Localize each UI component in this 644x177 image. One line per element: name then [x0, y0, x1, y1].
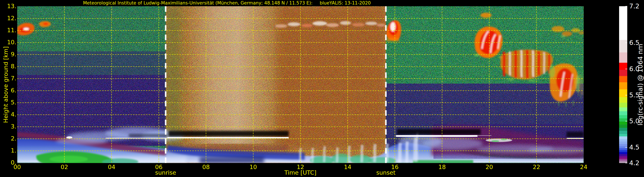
x-tick-label: 10 — [250, 164, 257, 170]
sunset-label: sunset — [376, 169, 396, 176]
colorbar-tick-label: 4.2 — [629, 159, 640, 167]
y-tick-label: 2. — [1, 135, 16, 142]
colorbar-title: log(rc-signal) @ 1064 nm — [636, 44, 644, 125]
colorbar — [619, 6, 627, 163]
y-tick-label: 12. — [1, 15, 16, 22]
page-title: Meteorological Institute of Ludwig-Maxim… — [83, 1, 371, 6]
x-tick-label: 00 — [14, 164, 21, 170]
y-tick-label: 7. — [1, 75, 16, 82]
lidar-quicklook-window: Meteorological Institute of Ludwig-Maxim… — [0, 0, 644, 177]
y-tick-label: 6. — [1, 87, 16, 94]
x-tick-label: 14 — [344, 164, 351, 170]
x-tick-label: 20 — [486, 164, 493, 170]
colorbar-tick-mark — [625, 6, 627, 7]
x-tick-label: 02 — [61, 164, 68, 170]
sunrise-label: sunrise — [155, 169, 176, 176]
colorbar-tick-mark — [625, 69, 627, 69]
x-tick-label: 04 — [108, 164, 115, 170]
x-tick-label: 18 — [438, 164, 446, 170]
x-tick-label: 22 — [533, 164, 540, 170]
y-tick-label: 4. — [1, 111, 16, 118]
y-tick-label: 3. — [1, 123, 16, 130]
plot-canvas — [17, 6, 584, 163]
y-tick-label: 11. — [1, 27, 16, 34]
y-tick-label: 13. — [1, 3, 16, 10]
colorbar-tick-label: 7.2 — [629, 2, 640, 10]
y-tick-label: 1. — [1, 147, 16, 154]
colorbar-tick-mark — [625, 43, 627, 43]
colorbar-tick-mark — [625, 147, 627, 147]
y-tick-label: 9. — [1, 51, 16, 58]
x-tick-label: 24 — [580, 164, 587, 170]
x-tick-label: 08 — [202, 164, 210, 170]
noise-day — [166, 6, 386, 163]
y-tick-label: 10. — [1, 39, 16, 46]
x-axis-title: Time [UTC] — [284, 169, 316, 176]
colorbar-tick-mark — [625, 95, 627, 95]
colorbar-tick-label: 4.5 — [629, 143, 640, 151]
y-tick-label: 8. — [1, 63, 16, 70]
colorbar-tick-mark — [625, 163, 627, 163]
colorbar-tick-mark — [625, 121, 627, 121]
y-tick-label: 5. — [1, 99, 16, 106]
